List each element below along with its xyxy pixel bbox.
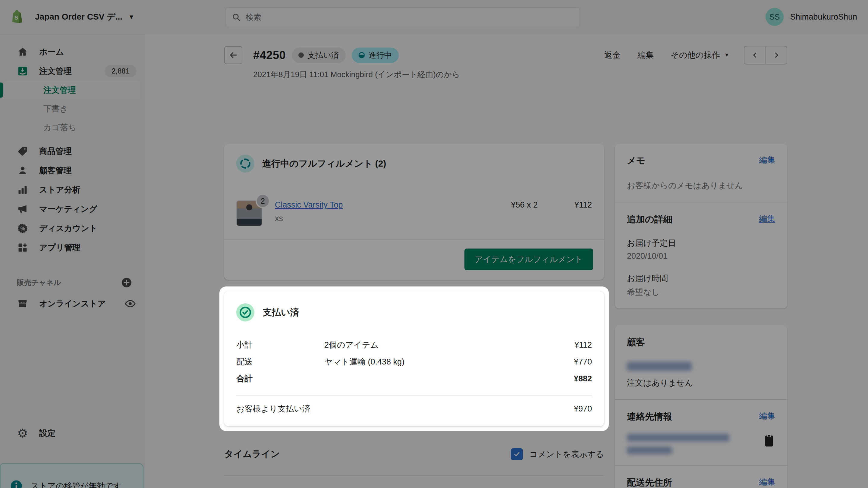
store-switcher[interactable]: Japan Order CSV デ... ▼ [35, 11, 134, 23]
store-transfer-banner-text: ストアの移管が無効です [31, 481, 121, 488]
customer-card: 顧客 注文はありません 連絡先情報 編集 [615, 325, 787, 488]
order-number: #4250 [253, 49, 286, 62]
total-row: 合計 ¥882 [236, 370, 592, 387]
svg-text:%: % [21, 226, 25, 232]
global-search[interactable] [225, 7, 580, 27]
sidebar-subitem-orders[interactable]: 注文管理 [4, 81, 141, 99]
apps-icon [17, 242, 28, 253]
next-order-button[interactable] [766, 46, 786, 64]
edit-contact-button[interactable]: 編集 [759, 411, 775, 421]
user-menu[interactable]: SS ShimabukuroShun [766, 8, 857, 26]
product-thumbnail[interactable]: 2 [236, 200, 262, 226]
sidebar-item-discounts[interactable]: % ディスカウント [0, 219, 145, 238]
row-amount: ¥970 [574, 404, 592, 414]
notes-details-card: メモ 編集 お客様からのメモはありません 追加の詳細 編集 お届け予定日 [615, 144, 787, 308]
contact-title: 連絡先情報 [627, 411, 672, 423]
fulfillment-card-footer: アイテムをフルフィルメント [224, 240, 604, 280]
customer-no-orders-text: 注文はありません [627, 378, 775, 388]
row-label: 小計 [236, 339, 324, 350]
payment-card-spotlight: 支払い済 小計 2個のアイテム ¥112 配送 ヤマト運輸 [219, 287, 609, 431]
row-label: 合計 [236, 373, 324, 384]
line-item-row: 2 Classic Varsity Top xs ¥56 x 2 ¥112 [236, 200, 592, 226]
chevron-down-icon: ▼ [724, 52, 730, 58]
sidebar-item-label: マーケティング [39, 204, 97, 215]
paid-check-icon [236, 303, 254, 321]
sidebar-item-label: アプリ管理 [39, 242, 81, 253]
sidebar-item-marketing[interactable]: マーケティング [0, 199, 145, 219]
view-store-eye-button[interactable] [124, 298, 136, 310]
gear-icon: ⚙ [17, 427, 28, 439]
timeline-section: タイムライン コメントを表示する [224, 448, 604, 476]
show-comments-checkbox[interactable] [511, 448, 523, 460]
person-icon [17, 165, 28, 176]
fulfill-items-button[interactable]: アイテムをフルフィルメント [464, 249, 593, 270]
sidebar-item-orders[interactable]: 注文管理 2,881 [0, 61, 145, 81]
paid-dot-icon [299, 53, 304, 58]
search-input[interactable] [246, 13, 574, 22]
back-button[interactable] [224, 46, 242, 64]
sidebar-item-label: ホーム [39, 46, 64, 57]
fulfillment-card: 進行中のフルフィルメント (2) 2 Classic Varsity Top x… [224, 144, 604, 280]
shipping-address-section: 配送先住所 編集 [615, 466, 787, 488]
svg-text:S: S [14, 14, 19, 21]
sidebar: ホーム 注文管理 2,881 注文管理 下書き カゴ落ち [0, 34, 145, 488]
discount-icon: % [17, 223, 28, 234]
delivery-time-label: お届け時間 [627, 273, 775, 284]
sidebar-item-products[interactable]: 商品管理 [0, 141, 145, 161]
sales-channels-header: 販売チャネル [17, 278, 61, 287]
edit-order-button[interactable]: 編集 [638, 50, 654, 61]
user-name: ShimabukuroShun [790, 12, 857, 22]
customer-name-redacted-link[interactable] [627, 362, 692, 371]
sidebar-item-customers[interactable]: 顧客管理 [0, 161, 145, 180]
sidebar-item-analytics[interactable]: ストア分析 [0, 180, 145, 199]
main-content: #4250 支払い済 進行中 返金 編集 その他の操作 [145, 34, 868, 488]
customer-title: 顧客 [627, 336, 645, 349]
sidebar-subitem-drafts[interactable]: 下書き [4, 99, 141, 118]
product-link[interactable]: Classic Varsity Top [275, 200, 343, 209]
unit-price: ¥56 x 2 [462, 200, 538, 210]
sidebar-item-home[interactable]: ホーム [0, 42, 145, 61]
bar-chart-icon [17, 184, 28, 195]
sidebar-item-label: 商品管理 [39, 146, 72, 157]
sidebar-item-label: 設定 [39, 428, 56, 438]
line-item-prices: ¥56 x 2 ¥112 [462, 200, 592, 210]
store-transfer-banner: ストアの移管が無効です [0, 463, 144, 488]
row-detail: ヤマト運輸 (0.438 kg) [324, 356, 532, 367]
redacted-line [627, 434, 730, 442]
show-comments-toggle[interactable]: コメントを表示する [511, 448, 604, 460]
orders-icon [17, 65, 28, 77]
storefront-icon [17, 298, 28, 310]
subtotal-row: 小計 2個のアイテム ¥112 [236, 336, 592, 353]
megaphone-icon [17, 203, 28, 215]
more-actions-button[interactable]: その他の操作 ▼ [671, 50, 730, 61]
sidebar-item-settings[interactable]: ⚙ 設定 [0, 424, 145, 443]
in-progress-icon [358, 52, 365, 59]
timeline-title: タイムライン [224, 448, 280, 460]
delivery-time-value: 希望なし [627, 287, 775, 298]
sidebar-item-apps[interactable]: アプリ管理 [0, 238, 145, 257]
sidebar-subitem-abandoned-checkouts[interactable]: カゴ落ち [4, 118, 141, 137]
edit-notes-button[interactable]: 編集 [759, 155, 775, 165]
quantity-badge: 2 [255, 194, 270, 208]
payment-card-header: 支払い済 [236, 303, 592, 321]
order-date-source: 2021年8月19日 11:01 Mockingbird (インポート経由)のか… [253, 69, 787, 80]
fulfillment-status-badge: 進行中 [352, 47, 399, 63]
add-sales-channel-button[interactable] [121, 276, 133, 289]
fulfillment-card-header: 進行中のフルフィルメント (2) [236, 155, 592, 173]
show-comments-label: コメントを表示する [530, 449, 604, 460]
previous-order-button[interactable] [744, 46, 766, 64]
edit-details-button[interactable]: 編集 [759, 213, 775, 224]
edit-shipping-address-button[interactable]: 編集 [759, 477, 775, 487]
copy-email-button[interactable] [763, 434, 775, 454]
payment-divider [236, 395, 592, 395]
refund-button[interactable]: 返金 [604, 50, 621, 61]
sidebar-item-online-store[interactable]: オンラインストア [0, 294, 145, 313]
shopify-logo-icon: S [10, 9, 24, 25]
in-progress-spinner-icon [236, 155, 254, 173]
chevron-down-icon: ▼ [128, 13, 134, 21]
contact-email-redacted [627, 434, 730, 454]
fulfillment-status-label: 進行中 [369, 50, 392, 61]
shipping-address-title: 配送先住所 [627, 477, 672, 488]
sidebar-item-label: 顧客管理 [39, 165, 72, 176]
search-icon [232, 13, 241, 22]
